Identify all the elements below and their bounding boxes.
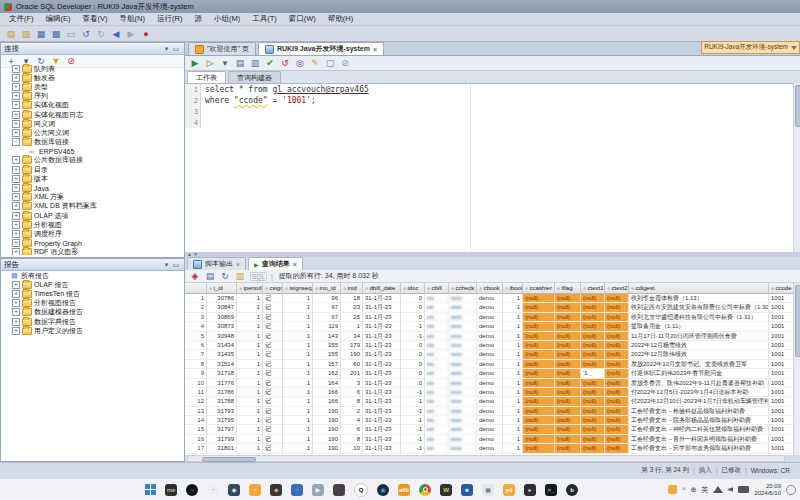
connections-tree-item[interactable]: +同义词: [1, 119, 184, 128]
open-connection-icon[interactable]: ●: [140, 28, 152, 40]
expand-icon[interactable]: +: [12, 184, 20, 192]
col-header-i_id[interactable]: i_id: [207, 283, 237, 294]
col-header-cdigest[interactable]: cdigest: [629, 283, 769, 294]
run-statement-icon[interactable]: ▶: [189, 57, 201, 69]
table-row[interactable]: 7314351记115519031-1月-230■■■■■demo1(null)…: [185, 350, 793, 359]
reports-tree-item[interactable]: +用户定义的报告: [1, 326, 184, 335]
col-header-iflag[interactable]: iflag: [555, 283, 581, 294]
taskbar-app-browser[interactable]: [419, 484, 431, 496]
expand-icon[interactable]: +: [12, 318, 20, 326]
print-icon[interactable]: ▭: [65, 28, 77, 40]
expand-icon[interactable]: +: [12, 74, 20, 82]
menu-item[interactable]: 工具(T): [247, 13, 282, 25]
expand-icon[interactable]: +: [12, 290, 20, 298]
expand-icon[interactable]: +: [12, 129, 20, 137]
expand-icon[interactable]: +: [12, 308, 20, 316]
forward-icon[interactable]: ▶: [125, 28, 137, 40]
taskbar-app-terminal[interactable]: >_: [545, 484, 557, 496]
menu-item[interactable]: 窗口(W): [284, 13, 321, 25]
menu-item[interactable]: 查看(V): [78, 13, 113, 25]
menu-item[interactable]: 编辑(E): [41, 13, 76, 25]
edit-icon[interactable]: ✎: [309, 57, 321, 69]
panel-menu-icon[interactable]: ▾: [163, 261, 171, 269]
expand-icon[interactable]: +: [12, 221, 20, 229]
panel-menu-icon[interactable]: ▾: [163, 45, 171, 53]
expand-icon[interactable]: +: [12, 212, 20, 220]
table-row[interactable]: 5309481记11433431-1月-23-1■■■■■demo1(null)…: [185, 332, 793, 341]
taskbar-app-telegram[interactable]: ▶: [312, 484, 324, 496]
tab-script-output[interactable]: 脚本输出 ×: [187, 257, 246, 270]
col-header-ccashier[interactable]: ccashier: [523, 283, 555, 294]
ime-indicator[interactable]: 英: [701, 485, 708, 495]
monitor-icon[interactable]: ▢: [324, 57, 336, 69]
tab-query-result[interactable]: ▶ 查询结果 ×: [248, 257, 303, 270]
col-header-cbill[interactable]: cbill: [425, 283, 449, 294]
expand-icon[interactable]: +: [12, 156, 20, 164]
start-button[interactable]: [145, 484, 156, 495]
taskbar-app-yd[interactable]: yd: [503, 484, 515, 496]
expand-icon[interactable]: +: [12, 299, 20, 307]
taskbar-app-folder[interactable]: ■: [461, 484, 473, 496]
sql-tuning-icon[interactable]: ▥: [249, 57, 261, 69]
table-row[interactable]: 15317971记1190631-1月-23-1■■■■■demo1(null)…: [185, 425, 793, 434]
explain-plan-icon[interactable]: ▤: [234, 57, 246, 69]
refresh-grid-icon[interactable]: ↻: [219, 270, 231, 282]
table-row[interactable]: 9317181记116220131-1月-230■■■■■demo1(null)…: [185, 369, 793, 378]
results-grid[interactable]: i_idiperiodcsignisignseqino_idiniddbill_…: [185, 283, 793, 455]
col-header-ctext1[interactable]: ctext1: [581, 283, 605, 294]
expand-icon[interactable]: −: [12, 138, 20, 146]
autotrace-icon[interactable]: ▾: [219, 57, 231, 69]
connections-tree-item[interactable]: +XML DB 资料档案库: [1, 202, 184, 211]
col-header-cbook[interactable]: cbook: [477, 283, 503, 294]
table-row[interactable]: 2308471记1972331-1月-230■■■■■demo1(null)(n…: [185, 303, 793, 312]
expand-icon[interactable]: +: [12, 120, 20, 128]
taskbar-app-capture[interactable]: ◆: [228, 484, 240, 496]
notification-icon[interactable]: [786, 485, 796, 495]
find-icon[interactable]: ◎: [294, 57, 306, 69]
table-row[interactable]: 16317991记1190831-1月-23-1■■■■■demo1(null)…: [185, 435, 793, 444]
tray-app-icon[interactable]: [668, 485, 677, 494]
expand-icon[interactable]: +: [12, 327, 20, 335]
table-row[interactable]: 14317951记1190431-1月-23-1■■■■■demo1(null)…: [185, 416, 793, 425]
tab-worksheet[interactable]: RUKI9 Java开发环境-system ×: [258, 42, 384, 55]
taskbar-app-b[interactable]: b: [566, 484, 578, 496]
new-file-icon[interactable]: ▤: [5, 28, 17, 40]
close-icon[interactable]: ×: [293, 261, 297, 268]
tray-expand-icon[interactable]: ^: [682, 486, 685, 493]
sql-editor[interactable]: 1select * from gl_accvouch@zrpav4652wher…: [185, 83, 793, 252]
taskbar-app-navy[interactable]: ◉: [377, 484, 389, 496]
panel-minimize-icon[interactable]: ▭: [170, 261, 181, 269]
expand-icon[interactable]: +: [12, 92, 20, 100]
col-header-inid[interactable]: inid: [341, 283, 363, 294]
connections-tree-item[interactable]: −数据库链接: [1, 138, 184, 147]
table-row[interactable]: 4308731记1119131-1月-23-1■■■■■demo1(null)(…: [185, 322, 793, 331]
taskbar-app-bluebox[interactable]: ○: [291, 484, 303, 496]
battery-icon[interactable]: [738, 486, 749, 493]
close-icon[interactable]: ×: [373, 46, 377, 53]
menu-item[interactable]: 文件(F): [4, 13, 39, 25]
taskbar-app-wallet[interactable]: ◆: [270, 484, 282, 496]
expand-icon[interactable]: +: [12, 202, 20, 210]
tab-query-builder[interactable]: 查询构建器: [228, 71, 281, 83]
expand-icon[interactable]: +: [12, 239, 20, 247]
commit-icon[interactable]: ✔: [264, 57, 276, 69]
menu-item[interactable]: 导航(N): [115, 13, 150, 25]
taskbar-app-record[interactable]: ●: [186, 484, 198, 496]
clear-icon[interactable]: ⊘: [339, 57, 351, 69]
expand-icon[interactable]: +: [12, 65, 20, 73]
clear-filter-icon[interactable]: ⊘: [65, 55, 77, 67]
col-header-rownum[interactable]: [185, 283, 207, 294]
taskbar-clock[interactable]: 20:09 2024/6/10: [754, 483, 781, 497]
results-vscrollbar[interactable]: [793, 283, 800, 455]
connections-tree-item[interactable]: +触发器: [1, 73, 184, 82]
close-icon[interactable]: ×: [236, 261, 240, 268]
col-header-ino_id[interactable]: ino_id: [313, 283, 341, 294]
export-grid-icon[interactable]: ▤: [204, 270, 216, 282]
connections-tree-item[interactable]: +实体化视图: [1, 101, 184, 110]
col-header-ccheck[interactable]: ccheck: [449, 283, 477, 294]
connections-tree-item[interactable]: +目录: [1, 165, 184, 174]
table-row[interactable]: 10317761记1164331-1月-230■■■■■demo1(null)(…: [185, 379, 793, 388]
table-row[interactable]: 12317881记1166831-1月-23-1■■■■■demo1(null)…: [185, 397, 793, 406]
menu-item[interactable]: 小组(M): [209, 13, 245, 25]
rollback-icon[interactable]: ↺: [279, 57, 291, 69]
